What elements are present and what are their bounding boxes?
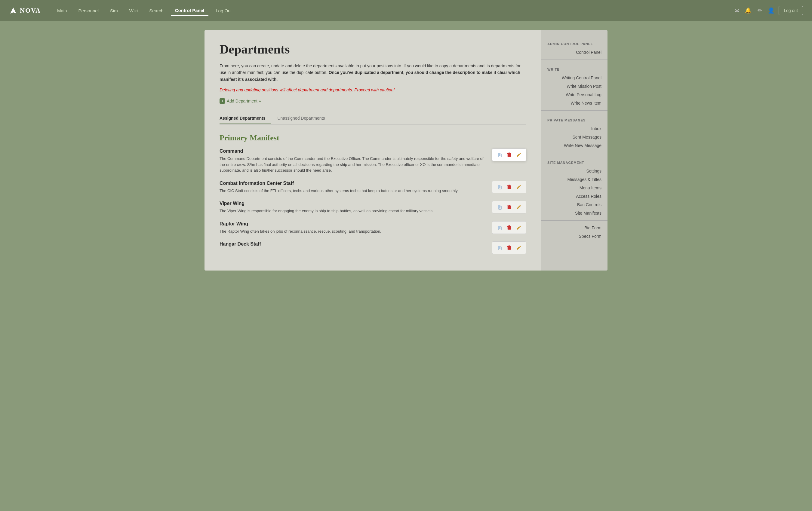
edit-button[interactable] bbox=[515, 183, 523, 191]
sidebar-sent-messages[interactable]: Sent Messages bbox=[541, 133, 608, 141]
sidebar-site-section: SITE MANAGEMENT bbox=[541, 156, 608, 167]
department-description: The Raptor Wing often takes on jobs of r… bbox=[220, 229, 484, 235]
delete-button[interactable] bbox=[505, 223, 513, 232]
logo[interactable]: NOVA bbox=[9, 6, 41, 15]
department-name: Command bbox=[220, 149, 526, 154]
svg-rect-2 bbox=[498, 153, 500, 156]
svg-rect-23 bbox=[508, 246, 511, 250]
department-item: Combat Information Center StaffThe CIC S… bbox=[220, 181, 526, 194]
manifest-title: Primary Manifest bbox=[220, 133, 526, 143]
sidebar-divider-4 bbox=[541, 220, 608, 221]
action-buttons bbox=[492, 201, 526, 213]
sidebar-admin-section: ADMIN CONTROL PANEL bbox=[541, 37, 608, 48]
action-buttons bbox=[492, 241, 526, 254]
edit-icon[interactable]: ✏ bbox=[756, 7, 763, 14]
department-description: The CIC Staff consists of the FTL office… bbox=[220, 188, 484, 194]
logo-text: NOVA bbox=[20, 7, 41, 14]
svg-rect-3 bbox=[508, 154, 511, 157]
sidebar-writing-control-panel[interactable]: Writing Control Panel bbox=[541, 73, 608, 82]
svg-rect-10 bbox=[509, 185, 510, 185]
action-buttons bbox=[492, 221, 526, 234]
sidebar-messages-titles[interactable]: Messages & Titles bbox=[541, 175, 608, 184]
nav-control-panel[interactable]: Control Panel bbox=[171, 5, 209, 16]
sidebar-write-news-item[interactable]: Write News Item bbox=[541, 99, 608, 107]
logout-button[interactable]: Log out bbox=[779, 6, 803, 15]
sidebar-write-section: WRITE bbox=[541, 63, 608, 73]
add-department-link[interactable]: + Add Department » bbox=[220, 98, 261, 104]
edit-button[interactable] bbox=[515, 151, 523, 159]
nav-links: Main Personnel Sim Wiki Search Control P… bbox=[53, 5, 733, 16]
nav-main[interactable]: Main bbox=[53, 6, 71, 16]
sidebar-pm-section: PRIVATE MESSAGES bbox=[541, 114, 608, 124]
tab-assigned-departments[interactable]: Assigned Departments bbox=[220, 113, 271, 124]
copy-button[interactable] bbox=[495, 151, 504, 159]
page-description-1: From here, you can create, update and de… bbox=[220, 62, 526, 83]
add-icon: + bbox=[220, 98, 225, 104]
svg-rect-12 bbox=[498, 205, 500, 209]
edit-button[interactable] bbox=[515, 243, 523, 252]
tab-unassigned-departments[interactable]: Unassigned Departments bbox=[277, 113, 331, 124]
logo-icon bbox=[9, 6, 18, 15]
sidebar-write-mission-post[interactable]: Write Mission Post bbox=[541, 82, 608, 90]
delete-button[interactable] bbox=[505, 183, 513, 191]
tabs: Assigned Departments Unassigned Departme… bbox=[220, 113, 526, 124]
svg-rect-15 bbox=[509, 205, 510, 206]
copy-button[interactable] bbox=[495, 203, 504, 211]
nav-wiki[interactable]: Wiki bbox=[125, 6, 142, 16]
nav-search[interactable]: Search bbox=[145, 6, 168, 16]
svg-rect-20 bbox=[509, 225, 510, 226]
svg-rect-7 bbox=[498, 185, 500, 188]
sidebar-inbox[interactable]: Inbox bbox=[541, 124, 608, 133]
sidebar-specs-form[interactable]: Specs Form bbox=[541, 232, 608, 240]
edit-button[interactable] bbox=[515, 223, 523, 232]
sidebar-control-panel[interactable]: Control Panel bbox=[541, 48, 608, 57]
copy-button[interactable] bbox=[495, 183, 504, 191]
departments-container: CommandThe Command Department consists o… bbox=[220, 149, 526, 247]
sidebar: ADMIN CONTROL PANEL Control Panel WRITE … bbox=[541, 30, 608, 271]
delete-button[interactable] bbox=[505, 151, 513, 159]
topnav-right: ✉ 🔔 ✏ 👤 Log out bbox=[733, 6, 803, 15]
svg-rect-5 bbox=[509, 153, 510, 154]
svg-rect-25 bbox=[509, 246, 510, 246]
sidebar-divider-2 bbox=[541, 110, 608, 111]
copy-button[interactable] bbox=[495, 243, 504, 252]
copy-button[interactable] bbox=[495, 223, 504, 232]
department-item: Viper WingThe Viper Wing is responsible … bbox=[220, 201, 526, 214]
sidebar-ban-controls[interactable]: Ban Controls bbox=[541, 201, 608, 209]
sidebar-write-new-message[interactable]: Write New Message bbox=[541, 141, 608, 150]
department-item: CommandThe Command Department consists o… bbox=[220, 149, 526, 174]
department-name: Combat Information Center Staff bbox=[220, 181, 526, 186]
nav-sim[interactable]: Sim bbox=[106, 6, 122, 16]
svg-rect-22 bbox=[498, 246, 500, 249]
sidebar-write-personal-log[interactable]: Write Personal Log bbox=[541, 90, 608, 99]
svg-rect-18 bbox=[508, 226, 511, 230]
action-buttons bbox=[492, 149, 526, 161]
action-buttons bbox=[492, 181, 526, 193]
department-item: Hangar Deck Staff bbox=[220, 241, 526, 247]
svg-rect-13 bbox=[508, 206, 511, 209]
sidebar-menu-items[interactable]: Menu Items bbox=[541, 184, 608, 192]
user-icon[interactable]: 👤 bbox=[767, 7, 775, 14]
sidebar-settings[interactable]: Settings bbox=[541, 167, 608, 175]
sidebar-divider-3 bbox=[541, 153, 608, 153]
edit-button[interactable] bbox=[515, 203, 523, 211]
delete-button[interactable] bbox=[505, 203, 513, 211]
nav-logout[interactable]: Log Out bbox=[211, 6, 236, 16]
department-name: Raptor Wing bbox=[220, 221, 526, 227]
main-wrapper: Departments From here, you can create, u… bbox=[196, 21, 616, 279]
bell-icon[interactable]: 🔔 bbox=[744, 7, 752, 14]
svg-rect-17 bbox=[498, 226, 500, 229]
svg-rect-8 bbox=[508, 186, 511, 189]
sidebar-access-roles[interactable]: Access Roles bbox=[541, 192, 608, 201]
top-navigation: NOVA Main Personnel Sim Wiki Search Cont… bbox=[0, 0, 812, 21]
page-title: Departments bbox=[220, 42, 526, 57]
department-description: The Command Department consists of the C… bbox=[220, 156, 484, 174]
department-name: Hangar Deck Staff bbox=[220, 241, 526, 247]
department-description: The Viper Wing is responsible for engagi… bbox=[220, 208, 484, 214]
sidebar-bio-form[interactable]: Bio Form bbox=[541, 223, 608, 232]
delete-button[interactable] bbox=[505, 243, 513, 252]
department-name: Viper Wing bbox=[220, 201, 526, 206]
envelope-icon[interactable]: ✉ bbox=[733, 7, 741, 14]
nav-personnel[interactable]: Personnel bbox=[74, 6, 103, 16]
sidebar-site-manifests[interactable]: Site Manifests bbox=[541, 209, 608, 217]
